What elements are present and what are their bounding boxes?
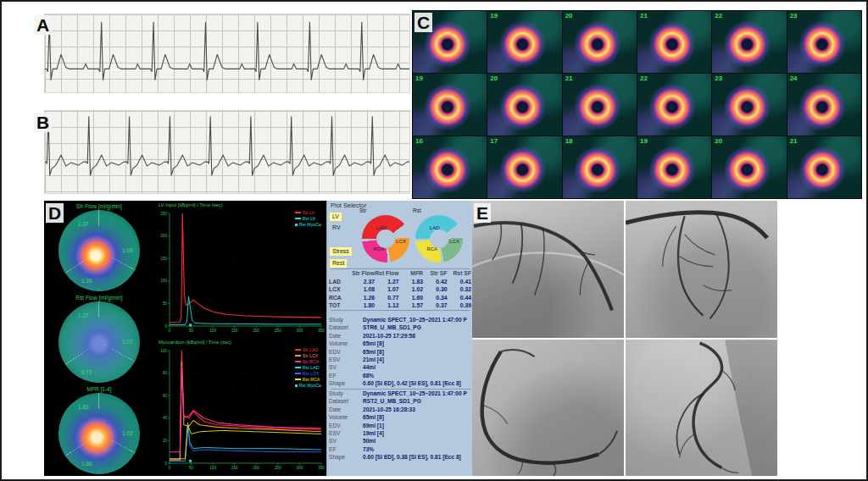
svg-text:60: 60: [163, 394, 168, 398]
legend-entry: Str RCA: [295, 359, 321, 364]
stress-territory-donut[interactable]: LAD LCX RCA: [362, 215, 409, 263]
svg-text:200: 200: [160, 234, 167, 238]
polar-value-rca: 0.77: [81, 369, 92, 375]
study-info-rest: StudyDynamic SPECT_10~25~2021 1:47:00 PD…: [329, 390, 473, 462]
angiogram-frame: [626, 340, 777, 477]
angiogram-frame: [472, 201, 624, 338]
str-donut-label: Str: [359, 207, 366, 213]
polar-value-lcx: 1.08: [122, 247, 133, 253]
study-row: ESV19ml [4]: [329, 429, 473, 437]
angiogram-frame: [472, 340, 624, 477]
flow-table: Str FlowRst FlowMFRStr SFRst SFLAD2.371.…: [329, 268, 471, 311]
legend-entry: Rst MyoCa: [295, 222, 321, 227]
study-row: EF68%: [329, 372, 473, 379]
svg-text:350: 350: [318, 329, 325, 333]
spect-frame: 19: [413, 74, 487, 135]
flow-table-row: RCA1.260.771.600.340.44: [329, 294, 471, 302]
donut-segment-lcx[interactable]: LCX: [449, 239, 459, 244]
spect-grid: 1920212223192021222324161718192021: [412, 10, 862, 199]
study-row: Volume65ml [8]: [329, 340, 473, 347]
frame-number: 16: [415, 137, 423, 145]
spect-frame: 19: [637, 136, 711, 198]
frame-number: 19: [640, 137, 648, 145]
lv-button[interactable]: LV: [330, 213, 342, 221]
polar-value-rca: 1.26: [81, 278, 92, 284]
donut-segment-lad[interactable]: LAD: [430, 225, 440, 230]
study-row: ESV21ml [4]: [329, 356, 473, 363]
spect-frame: 16: [413, 136, 487, 198]
coronary-vessels: [626, 201, 777, 338]
svg-text:20: 20: [163, 439, 168, 443]
spect-frame: 21: [787, 136, 861, 198]
frame-number: 19: [490, 12, 498, 19]
plot-selector-panel: Plot Selector LV RV Stress Rest Str Rst …: [326, 201, 473, 476]
ecg-b-waveform: [45, 111, 409, 193]
polar-value-rca: 1.60: [81, 461, 92, 467]
spect-frame: 21: [563, 74, 637, 135]
frame-number: 21: [565, 75, 573, 82]
polar-map-bullseye: 1.83 1.02 1.60: [58, 393, 140, 474]
study-row: Date2021-10-25 16:28:33: [329, 406, 473, 413]
donut-segment-lcx[interactable]: LCX: [396, 239, 406, 244]
svg-text:250: 250: [275, 329, 281, 333]
frame-number: 21: [640, 12, 648, 19]
lv-input-chart-legend: Str LVRst LVRst MyoCa: [295, 210, 321, 227]
frame-number: 20: [565, 12, 573, 19]
legend-entry: Rst LAD: [295, 365, 321, 370]
svg-text:80: 80: [163, 371, 168, 375]
study-row: StudyDynamic SPECT_10~25~2021 1:47:00 P: [329, 316, 473, 323]
coronary-vessels: [626, 340, 777, 477]
svg-text:100: 100: [160, 349, 167, 353]
svg-text:250: 250: [160, 212, 167, 216]
legend-entry: Str LAD: [295, 347, 321, 352]
dynamic-spect-panel: Str Flow [ml/g/min] 2.37 1.08 1.26 Rst F…: [44, 201, 326, 476]
frame-number: 22: [640, 75, 648, 82]
stress-button[interactable]: Stress: [330, 247, 352, 256]
svg-text:350: 350: [318, 466, 325, 470]
polar-map-mfr: MFR [1-4] 1.83 1.02 1.60: [44, 385, 154, 477]
svg-text:100: 100: [209, 466, 216, 470]
frame-number: 18: [565, 137, 573, 145]
svg-text:100: 100: [209, 329, 216, 333]
legend-entry: Str LV: [295, 210, 321, 215]
polar-value-lad: 2.37: [78, 221, 89, 227]
lv-input-chart-title: LV Input [kBq/ml] / Time (sec): [155, 202, 326, 208]
study-row: EDV65ml [8]: [329, 348, 473, 356]
ecg-strip-b: [44, 110, 410, 194]
svg-text:50: 50: [163, 301, 168, 306]
frame-number: 23: [790, 12, 798, 19]
donut-segment-lad[interactable]: LAD: [376, 225, 387, 230]
rst-donut-label: Rst: [413, 207, 421, 213]
spect-frame: 17: [487, 136, 561, 198]
svg-text:150: 150: [231, 466, 238, 470]
rv-button[interactable]: RV: [330, 224, 343, 232]
legend-entry: Rst RCA: [295, 377, 321, 382]
frame-number: 17: [490, 137, 498, 145]
study-row: SV50ml: [329, 437, 473, 445]
panel-c-label: C: [415, 13, 432, 32]
rest-button[interactable]: Rest: [330, 259, 347, 268]
rest-territory-donut[interactable]: LAD LCX RCA: [415, 215, 463, 263]
svg-text:150: 150: [160, 257, 167, 261]
svg-text:150: 150: [231, 329, 238, 333]
donut-segment-rca[interactable]: RCA: [426, 246, 437, 252]
coronary-vessels: [472, 201, 624, 338]
myocardium-chart-title: Myocardium [kBq/ml] / Time (sec): [155, 339, 326, 346]
frame-number: 20: [490, 75, 498, 82]
spect-frame: 19: [487, 11, 561, 73]
polar-value-lcx: 1.07: [122, 339, 133, 345]
polar-map-bullseye: 1.27 1.07 0.77: [58, 301, 140, 383]
angiography-panel: [472, 201, 777, 476]
ecg-a-waveform: [45, 14, 409, 92]
flow-table-row: TOT1.801.121.570.370.39: [329, 301, 471, 310]
svg-text:200: 200: [253, 329, 259, 333]
svg-text:0: 0: [164, 324, 167, 329]
polar-value-lad: 1.83: [78, 404, 89, 410]
legend-entry: Rst LCX: [295, 371, 321, 376]
lv-input-chart-plot: 050100150200250050100150200250300350: [155, 208, 325, 335]
spect-frame: 20: [712, 136, 786, 198]
myocardium-chart-legend: Str LADStr LCXStr RCARst LADRst LCXRst R…: [295, 347, 321, 388]
frame-number: 20: [715, 137, 722, 145]
donut-segment-rca[interactable]: RCA: [373, 246, 384, 252]
svg-text:200: 200: [253, 466, 259, 470]
